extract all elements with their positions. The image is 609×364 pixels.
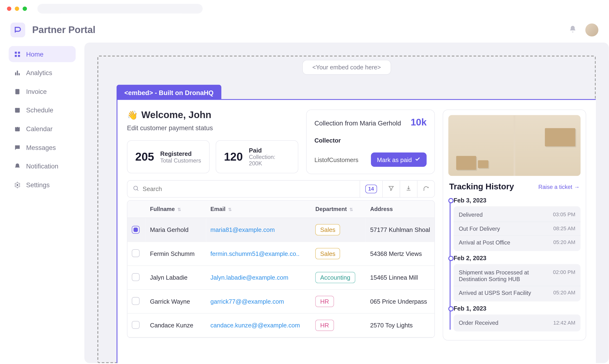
dept-badge: Sales (316, 224, 340, 235)
sidebar-item-messages[interactable]: Messages (9, 140, 76, 156)
welcome-subtitle: Edit customer payment status (127, 124, 298, 132)
cell-email[interactable]: candace.kunze@@example.com (210, 322, 300, 329)
embed-tab: <embed> - Built on DronaHQ (117, 85, 221, 101)
raise-ticket-link[interactable]: Raise a ticket → (538, 183, 580, 190)
event-time: 12:42 AM (553, 320, 575, 326)
download-icon (405, 185, 412, 193)
stat-sub: Total Customers (160, 157, 201, 163)
col-address[interactable]: Address (366, 201, 434, 218)
event-text: Delivered (459, 211, 483, 218)
calendar-icon (14, 125, 21, 132)
sidebar-item-label: Notification (26, 163, 58, 170)
col-email[interactable]: Email⇅ (206, 201, 311, 218)
sidebar-item-label: Home (26, 50, 43, 58)
cell-fullname: Maria Gerhold (146, 218, 206, 242)
event-time: 03:05 PM (553, 211, 575, 218)
row-count-button[interactable]: 14 (360, 181, 382, 197)
invoice-icon (14, 88, 21, 95)
cell-address: 065 Price Underpass (366, 289, 434, 313)
event-time: 05:20 AM (553, 239, 575, 246)
sidebar-item-settings[interactable]: Settings (9, 177, 76, 193)
row-checkbox[interactable] (132, 249, 140, 257)
search-input[interactable] (143, 186, 354, 193)
stat-title: Paid (249, 147, 290, 154)
row-checkbox[interactable] (132, 297, 140, 305)
collector-list: ListofCustomers (315, 156, 359, 163)
row-checkbox[interactable] (132, 226, 140, 234)
refresh-button[interactable] (417, 181, 434, 197)
cell-address: 54368 Mertz Views (366, 242, 434, 266)
tracking-timeline: Feb 3, 2023Delivered03:05 PMOut For Deli… (448, 197, 581, 331)
timeline-date: Feb 2, 2023 (454, 254, 581, 261)
svg-rect-2 (15, 55, 17, 57)
col-department[interactable]: Department⇅ (311, 201, 366, 218)
row-count-badge: 14 (365, 185, 377, 193)
event-time: 05:20 AM (553, 290, 575, 296)
sidebar-item-invoice[interactable]: Invoice (9, 83, 76, 100)
svg-rect-1 (18, 52, 20, 54)
event-text: Arrival at Post Office (459, 239, 510, 246)
sidebar-item-notification[interactable]: Notification (9, 158, 76, 174)
window-close-dot[interactable] (7, 6, 11, 11)
table-row[interactable]: Jalyn Labadie Jalyn.labadie@example.com … (127, 266, 435, 290)
timeline-event: Shipment was Processed at Destination So… (454, 266, 581, 286)
filter-button[interactable] (382, 181, 400, 197)
mark-as-paid-button[interactable]: Mark as paid (371, 153, 427, 167)
sidebar-item-calendar[interactable]: Calendar (9, 121, 76, 137)
embed-panel: 👋 Welcome, John Edit customer payment st… (117, 99, 596, 363)
svg-rect-0 (15, 52, 17, 54)
schedule-icon (14, 107, 21, 114)
embed-dropzone: <Your embed code here> <embed> - Built o… (97, 56, 596, 363)
table-toolbar: 14 (127, 180, 435, 198)
collection-amount: 10k (411, 117, 427, 128)
table-row[interactable]: Fermin Schumm fermin.schumm51@example.co… (127, 242, 435, 266)
cell-email[interactable]: Jalyn.labadie@example.com (210, 274, 288, 281)
sidebar-item-analytics[interactable]: Analytics (9, 65, 76, 81)
timeline-date: Feb 3, 2023 (454, 197, 581, 204)
cell-email[interactable]: maria81@example.com (210, 226, 275, 233)
svg-rect-9 (15, 108, 19, 109)
svg-point-11 (16, 184, 18, 186)
svg-rect-6 (19, 73, 20, 75)
sidebar: HomeAnalyticsInvoiceScheduleCalendarMess… (0, 42, 83, 363)
timeline-event: Out For Delivery08:25 AM (454, 221, 581, 235)
message-icon (14, 144, 21, 151)
cell-fullname: Candace Kunze (146, 313, 206, 338)
timeline-event: Arrived at USPS Sort Facility05:20 AM (454, 286, 581, 299)
wave-icon: 👋 (127, 110, 138, 120)
stat-card: 120 Paid Collection: 200K (216, 140, 298, 173)
row-checkbox[interactable] (132, 273, 140, 281)
window-max-dot[interactable] (23, 6, 27, 11)
sidebar-item-label: Analytics (26, 69, 52, 77)
svg-rect-10 (15, 127, 19, 131)
download-button[interactable] (400, 181, 417, 197)
window-min-dot[interactable] (15, 6, 19, 11)
sidebar-item-label: Settings (26, 181, 50, 188)
col-fullname[interactable]: Fullname⇅ (146, 201, 206, 218)
cell-fullname: Jalyn Labadie (146, 266, 206, 290)
cell-email[interactable]: fermin.schumm51@example.co.. (210, 250, 299, 257)
event-text: Order Received (459, 320, 498, 326)
welcome-text: Welcome, John (141, 110, 211, 121)
timeline-event: Arrival at Post Office05:20 AM (454, 235, 581, 249)
cell-fullname: Fermin Schumm (146, 242, 206, 266)
notifications-icon[interactable] (569, 25, 577, 35)
tracking-image (448, 115, 581, 176)
event-text: Shipment was Processed at Destination So… (459, 269, 541, 282)
stat-sub: Collection: 200K (249, 154, 290, 167)
sidebar-item-schedule[interactable]: Schedule (9, 102, 76, 118)
url-bar[interactable] (37, 4, 203, 13)
table-row[interactable]: Candace Kunze candace.kunze@@example.com… (127, 313, 435, 338)
filter-icon (388, 185, 394, 193)
brand-title: Partner Portal (32, 24, 95, 36)
cell-address: 15465 Linnea Mill (366, 266, 434, 290)
sidebar-item-home[interactable]: Home (9, 46, 76, 62)
cell-email[interactable]: garrick77@@example.com (210, 298, 284, 305)
event-text: Arrived at USPS Sort Facility (459, 290, 531, 296)
customers-table: Fullname⇅Email⇅Department⇅Address Maria … (127, 200, 435, 338)
row-checkbox[interactable] (132, 321, 140, 329)
user-avatar[interactable] (585, 24, 598, 37)
table-row[interactable]: Garrick Wayne garrick77@@example.com HR … (127, 289, 435, 313)
timeline-block: Order Received12:42 AM (454, 314, 581, 331)
table-row[interactable]: Maria Gerhold maria81@example.com Sales … (127, 218, 435, 242)
